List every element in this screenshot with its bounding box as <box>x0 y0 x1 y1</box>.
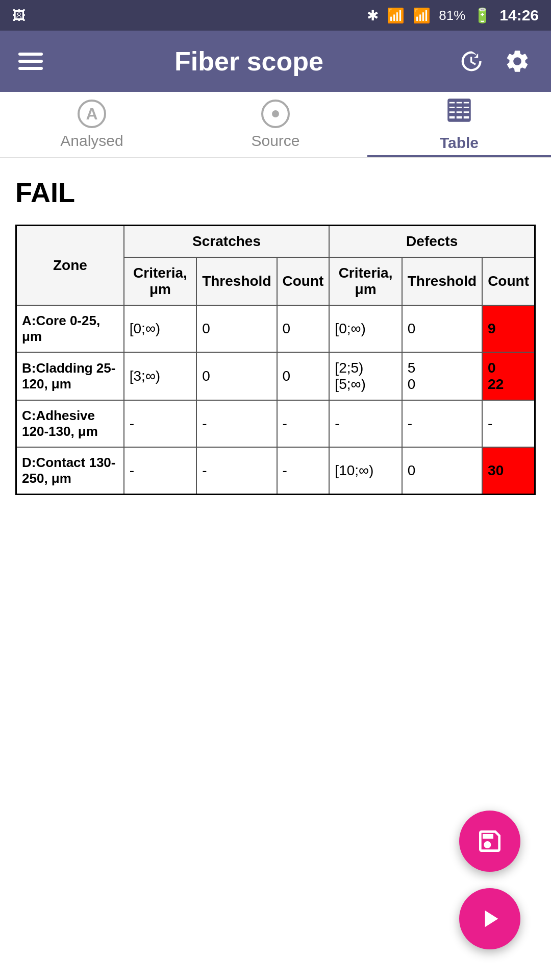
status-bar-right: ✱ 📶 📶 81% 🔋 14:26 <box>367 7 539 24</box>
table-wrapper: Zone Scratches Defects Criteria, μm Thre… <box>15 225 536 495</box>
status-bar: 🖼 ✱ 📶 📶 81% 🔋 14:26 <box>0 0 551 31</box>
d_threshold-cell-3: 0 <box>402 447 482 495</box>
play-button[interactable] <box>459 888 520 949</box>
s_criteria-cell-0: [0;∞) <box>124 305 196 352</box>
table-icon <box>445 96 473 130</box>
s_count-cell-1: 0 <box>277 352 330 400</box>
s_criteria-cell-3: - <box>124 447 196 495</box>
d_threshold-cell-1: 5 0 <box>402 352 482 400</box>
tab-source[interactable]: Source <box>184 92 367 157</box>
battery-percent: 81% <box>439 8 465 23</box>
s_count-cell-0: 0 <box>277 305 330 352</box>
s-threshold-header: Threshold <box>196 257 277 305</box>
settings-button[interactable] <box>502 48 533 75</box>
app-bar: Fiber scope <box>0 31 551 92</box>
tab-bar: A Analysed Source Table <box>0 92 551 158</box>
s_criteria-cell-2: - <box>124 400 196 447</box>
battery-icon: 🔋 <box>473 7 491 24</box>
tab-table[interactable]: Table <box>367 92 551 157</box>
content-area: FAIL Zone Scratches Defects Criteria, μm… <box>0 158 551 513</box>
defects-header: Defects <box>329 226 535 258</box>
d_criteria-cell-3: [10;∞) <box>329 447 402 495</box>
result-label: FAIL <box>15 177 536 208</box>
photo-icon: 🖼 <box>12 8 26 23</box>
s_threshold-cell-1: 0 <box>196 352 277 400</box>
signal-icon: 📶 <box>413 7 431 24</box>
fab-container <box>459 811 520 949</box>
d_criteria-cell-2: - <box>329 400 402 447</box>
save-button[interactable] <box>459 811 520 872</box>
d-count-cell-1: 0 22 <box>482 352 535 400</box>
scratches-header: Scratches <box>124 226 330 258</box>
history-button[interactable] <box>455 48 486 75</box>
tab-analysed-label: Analysed <box>60 132 123 150</box>
menu-button[interactable] <box>18 53 43 70</box>
d_criteria-cell-0: [0;∞) <box>329 305 402 352</box>
s_threshold-cell-2: - <box>196 400 277 447</box>
s_threshold-cell-0: 0 <box>196 305 277 352</box>
s_criteria-cell-1: [3;∞) <box>124 352 196 400</box>
results-table: Zone Scratches Defects Criteria, μm Thre… <box>15 225 536 495</box>
status-time: 14:26 <box>499 7 539 24</box>
tab-analysed[interactable]: A Analysed <box>0 92 184 157</box>
zone-cell-3: D:Contact 130-250, μm <box>16 447 124 495</box>
s_count-cell-3: - <box>277 447 330 495</box>
d-threshold-header: Threshold <box>402 257 482 305</box>
d-count-header: Count <box>482 257 535 305</box>
app-title: Fiber scope <box>43 46 455 77</box>
d_criteria-cell-1: [2;5) [5;∞) <box>329 352 402 400</box>
zone-cell-1: B:Cladding 25-120, μm <box>16 352 124 400</box>
d-count-cell-3: 30 <box>482 447 535 495</box>
s_count-cell-2: - <box>277 400 330 447</box>
s-count-header: Count <box>277 257 330 305</box>
status-bar-left: 🖼 <box>12 8 26 23</box>
tab-source-label: Source <box>251 132 299 150</box>
d_threshold-cell-2: - <box>402 400 482 447</box>
d-count-cell-2: - <box>482 400 535 447</box>
bluetooth-icon: ✱ <box>367 7 379 24</box>
d-criteria-header: Criteria, μm <box>329 257 402 305</box>
s-criteria-header: Criteria, μm <box>124 257 196 305</box>
zone-cell-0: A:Core 0-25, μm <box>16 305 124 352</box>
d-count-cell-0: 9 <box>482 305 535 352</box>
wifi-icon: 📶 <box>387 7 405 24</box>
zone-header: Zone <box>16 226 124 306</box>
d_threshold-cell-0: 0 <box>402 305 482 352</box>
tab-table-label: Table <box>440 134 479 152</box>
s_threshold-cell-3: - <box>196 447 277 495</box>
source-icon <box>261 100 290 128</box>
zone-cell-2: C:Adhesive 120-130, μm <box>16 400 124 447</box>
analysed-icon: A <box>78 100 106 128</box>
